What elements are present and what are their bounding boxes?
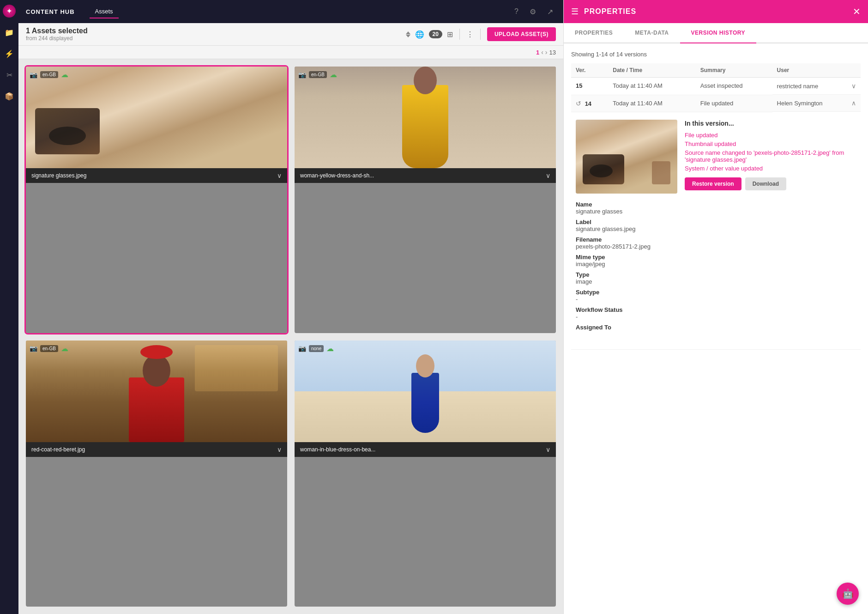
sort-down-arrow[interactable] [406, 35, 410, 37]
sidebar-icon-box[interactable]: 📦 [3, 90, 16, 103]
asset-name: red-coat-red-beret.jpg [31, 446, 277, 453]
version-user: restricted name ∨ [772, 78, 861, 95]
expand-arrow-icon[interactable]: ∨ [851, 82, 856, 90]
more-icon[interactable]: ⋮ [466, 30, 474, 39]
asset-name: woman-in-blue-dress-on-bea... [300, 446, 546, 453]
asset-card[interactable]: 📷 en-GB ☁ woman-yellow-dress-and-sh... ∨ [295, 67, 556, 333]
asset-expand-icon[interactable]: ∨ [277, 172, 282, 179]
version-summary: Asset inspected [696, 78, 772, 95]
assets-displayed-text: from 244 displayed [26, 35, 401, 42]
tab-properties[interactable]: PROPERTIES [564, 23, 624, 43]
change-item: Thumbnail updated [685, 140, 856, 147]
asset-image [26, 67, 287, 168]
count-badge[interactable]: 20 [429, 30, 442, 38]
version-user: Helen Symington ∧ [772, 95, 861, 112]
restore-version-button[interactable]: Restore version [685, 177, 741, 190]
meta-mimetype-label: Mime type [576, 254, 856, 261]
page-next[interactable]: › [545, 49, 548, 56]
restore-icon: ↺ [576, 100, 581, 107]
camera-icon: 📷 [298, 345, 306, 352]
meta-type-label: Type [576, 271, 856, 278]
sort-arrows[interactable] [406, 31, 410, 37]
asset-footer: red-coat-red-beret.jpg ∨ [26, 442, 287, 457]
change-item: System / other value updated [685, 165, 856, 172]
assets-toolbar: 1 Assets selected from 244 displayed 🌐 2… [18, 23, 563, 46]
main-area: 1 Assets selected from 244 displayed 🌐 2… [18, 23, 563, 614]
locale-badge: en-GB [309, 71, 327, 78]
grid-icon[interactable]: ⊞ [447, 30, 453, 39]
cloud-icon: ☁ [61, 344, 68, 353]
settings-icon[interactable]: ⚙ [530, 7, 536, 16]
asset-footer: woman-yellow-dress-and-sh... ∨ [295, 168, 556, 183]
meta-name-value: signature glasses [576, 208, 856, 215]
sidebar-icon-filter[interactable]: ⚡ [3, 47, 16, 60]
version-changes: In this version... File updated Thumbnai… [685, 120, 856, 194]
locale-badge: en-GB [40, 345, 58, 352]
page-prev[interactable]: ‹ [541, 49, 543, 56]
chatbot-bubble[interactable]: 🤖 [837, 583, 859, 605]
asset-expand-icon[interactable]: ∨ [546, 172, 550, 179]
right-panel: ☰ PROPERTIES ✕ PROPERTIES META-DATA VERS… [563, 0, 868, 614]
asset-footer: signature glasses.jpeg ∨ [26, 168, 287, 183]
meta-assigned-label: Assigned To [576, 324, 856, 331]
sort-up-arrow[interactable] [406, 31, 410, 34]
panel-close-button[interactable]: ✕ [853, 6, 861, 17]
table-header-row: Ver. Date / Time Summary User [571, 63, 861, 78]
meta-type-row: Type image [576, 271, 856, 285]
globe-icon[interactable]: 🌐 [415, 30, 424, 39]
cloud-icon: ☁ [326, 344, 334, 353]
version-metadata: Name signature glasses Label signature g… [576, 201, 856, 331]
tab-metadata[interactable]: META-DATA [624, 23, 680, 43]
meta-type-value: image [576, 278, 856, 285]
version-datetime: Today at 11:40 AM [608, 78, 695, 95]
download-button[interactable]: Download [745, 177, 786, 190]
table-row-expanded[interactable]: ↺ 14 Today at 11:40 AM File updated Hele… [571, 95, 861, 112]
meta-subtype-row: Subtype - [576, 289, 856, 303]
panel-title: PROPERTIES [584, 7, 847, 16]
meta-mimetype-value: image/jpeg [576, 261, 856, 267]
sidebar-icon-folder[interactable]: 📁 [3, 26, 16, 39]
upload-button[interactable]: UPLOAD ASSET(S) [487, 27, 556, 41]
asset-card-header: 📷 en-GB ☁ [30, 344, 68, 353]
table-row[interactable]: 15 Today at 11:40 AM Asset inspected res… [571, 78, 861, 95]
nav-item-assets[interactable]: Assets [90, 5, 119, 18]
version-actions: Restore version Download [685, 177, 856, 190]
meta-workflow-row: Workflow Status - [576, 306, 856, 320]
meta-subtype-label: Subtype [576, 289, 856, 296]
help-icon[interactable]: ? [514, 7, 518, 16]
collapse-arrow-icon[interactable]: ∧ [851, 99, 856, 107]
sidebar: ✦ 📁 ⚡ ✂ 📦 [0, 0, 18, 614]
meta-workflow-label: Workflow Status [576, 306, 856, 313]
asset-card[interactable]: 📷 en-GB ☁ signature glasses.jpeg ∨ [26, 67, 287, 333]
locale-badge: none [309, 345, 324, 352]
version-detail: In this version... File updated Thumbnai… [576, 112, 856, 342]
asset-expand-icon[interactable]: ∨ [546, 446, 550, 453]
app-logo[interactable]: ✦ [3, 5, 16, 18]
locale-badge: en-GB [40, 71, 58, 78]
cloud-icon: ☁ [61, 70, 68, 79]
meta-name-label: Name [576, 201, 856, 208]
table-row-detail: In this version... File updated Thumbnai… [571, 112, 861, 349]
sidebar-icon-tools[interactable]: ✂ [3, 68, 16, 81]
asset-card[interactable]: 📷 en-GB ☁ red-coat-red-beret.jpg ∨ [26, 340, 287, 607]
version-summary: File updated [696, 95, 772, 112]
asset-card[interactable]: 📷 none ☁ woman-in-blue-dress-on-bea... ∨ [295, 340, 556, 607]
assets-grid: 📷 en-GB ☁ signature glasses.jpeg ∨ 📷 en-… [18, 59, 563, 614]
asset-card-header: 📷 none ☁ [298, 344, 334, 353]
meta-workflow-value: - [576, 313, 856, 320]
meta-assigned-row: Assigned To [576, 324, 856, 331]
tab-version-history[interactable]: VERSION HISTORY [680, 23, 757, 43]
asset-expand-icon[interactable]: ∨ [277, 446, 282, 453]
meta-subtype-value: - [576, 296, 856, 303]
meta-label-label: Label [576, 219, 856, 225]
camera-icon: 📷 [30, 71, 37, 79]
asset-card-header: 📷 en-GB ☁ [30, 70, 68, 79]
page-total: 13 [549, 49, 556, 56]
camera-icon: 📷 [298, 71, 306, 79]
col-ver: Ver. [571, 63, 608, 78]
meta-label-value: signature glasses.jpeg [576, 225, 856, 232]
export-icon[interactable]: ↗ [547, 7, 553, 16]
change-item: Source name changed to 'pexels-photo-285… [685, 149, 856, 163]
pagination-bar: 1 ‹ › 13 [18, 46, 563, 59]
version-changes-title: In this version... [685, 120, 856, 127]
